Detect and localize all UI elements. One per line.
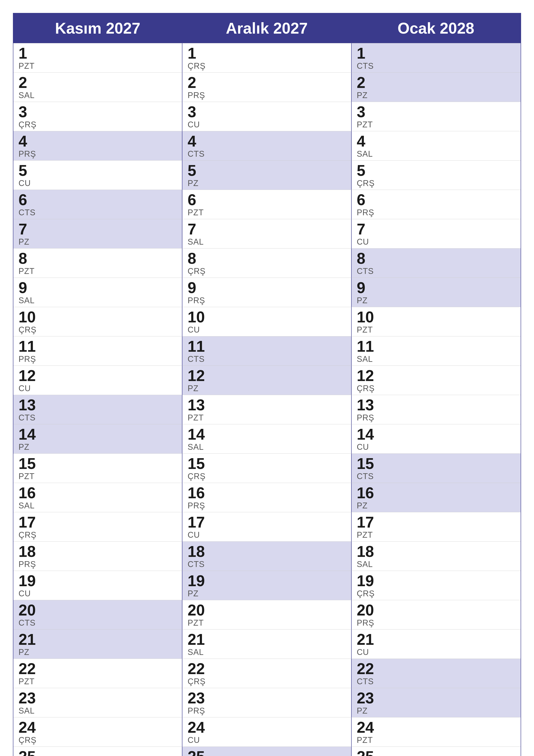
day-number: 3 — [357, 104, 516, 120]
day-number: 10 — [18, 309, 177, 325]
day-number: 3 — [18, 104, 177, 120]
day-name: PRŞ — [357, 618, 516, 628]
day-name: PZ — [357, 296, 516, 305]
day-number: 15 — [357, 456, 516, 471]
day-cell-m1-d2: 3CU — [182, 102, 351, 131]
day-number: 19 — [18, 573, 177, 588]
day-number: 11 — [357, 338, 516, 354]
day-number: 8 — [18, 251, 177, 266]
day-name: CU — [188, 530, 346, 540]
day-number: 2 — [357, 75, 516, 90]
day-cell-m1-d24: 25CTS — [182, 746, 351, 756]
day-number: 21 — [357, 632, 516, 647]
day-name: PZ — [188, 384, 346, 393]
day-number: 11 — [18, 338, 177, 354]
day-name: SAL — [18, 296, 177, 305]
day-cell-m2-d14: 15CTS — [352, 453, 521, 483]
day-number: 25 — [357, 749, 516, 756]
day-name: CU — [357, 648, 516, 657]
day-name: PRŞ — [18, 560, 177, 569]
day-number: 12 — [18, 368, 177, 383]
day-cell-m1-d15: 16PRŞ — [182, 483, 351, 512]
day-cell-m1-d3: 4CTS — [182, 131, 351, 160]
day-cell-m2-d18: 19ÇRŞ — [352, 571, 521, 600]
day-cell-m0-d3: 4PRŞ — [13, 131, 182, 160]
day-name: PRŞ — [188, 501, 346, 510]
day-name: CTS — [18, 413, 177, 422]
day-name: PZ — [18, 648, 177, 657]
day-cell-m2-d9: 10PZT — [352, 307, 521, 336]
day-number: 6 — [357, 192, 516, 207]
day-number: 9 — [357, 280, 516, 295]
day-name: PZ — [357, 706, 516, 716]
day-number: 7 — [18, 221, 177, 237]
day-cell-m2-d11: 12ÇRŞ — [352, 365, 521, 395]
day-cell-m2-d17: 18SAL — [352, 541, 521, 571]
day-cell-m1-d6: 7SAL — [182, 219, 351, 248]
day-number: 24 — [18, 719, 177, 735]
day-number: 22 — [188, 661, 346, 676]
day-cell-m2-d23: 24PZT — [352, 717, 521, 746]
day-cell-m2-d8: 9PZ — [352, 278, 521, 307]
day-name: CTS — [357, 62, 516, 71]
day-cell-m2-d7: 8CTS — [352, 248, 521, 278]
day-name: SAL — [357, 560, 516, 569]
day-name: CU — [18, 384, 177, 393]
month-header-0: Kasım 2027 — [13, 14, 182, 43]
day-name: PRŞ — [18, 149, 177, 159]
day-name: CU — [18, 179, 177, 188]
day-number: 12 — [357, 368, 516, 383]
day-number: 12 — [188, 368, 346, 383]
day-name: ÇRŞ — [188, 677, 346, 686]
day-name: SAL — [18, 706, 177, 716]
day-name: CTS — [188, 149, 346, 159]
day-cell-m0-d11: 12CU — [13, 365, 182, 395]
day-number: 25 — [188, 749, 346, 756]
day-name: PZT — [357, 325, 516, 335]
day-name: PZT — [357, 530, 516, 540]
day-name: PRŞ — [357, 413, 516, 422]
day-name: PZT — [188, 208, 346, 217]
day-number: 9 — [18, 280, 177, 295]
day-number: 16 — [18, 485, 177, 500]
day-number: 24 — [188, 719, 346, 735]
day-name: CU — [188, 736, 346, 745]
day-number: 19 — [188, 573, 346, 588]
day-name: CTS — [188, 355, 346, 364]
day-name: SAL — [188, 443, 346, 452]
day-number: 19 — [357, 573, 516, 588]
day-number: 11 — [188, 338, 346, 354]
page: Kasım 2027Aralık 2027Ocak 20281PZT1ÇRŞ1C… — [0, 0, 534, 756]
day-number: 5 — [357, 163, 516, 178]
day-name: PZT — [357, 736, 516, 745]
day-cell-m1-d13: 14SAL — [182, 424, 351, 453]
day-cell-m2-d20: 21CU — [352, 629, 521, 659]
day-name: PZT — [357, 120, 516, 129]
day-cell-m1-d5: 6PZT — [182, 190, 351, 219]
day-name: PZ — [188, 589, 346, 598]
day-name: CTS — [18, 618, 177, 628]
day-cell-m1-d17: 18CTS — [182, 541, 351, 571]
day-cell-m2-d4: 5ÇRŞ — [352, 160, 521, 190]
day-cell-m0-d9: 10ÇRŞ — [13, 307, 182, 336]
day-name: PRŞ — [18, 355, 177, 364]
day-cell-m2-d12: 13PRŞ — [352, 395, 521, 424]
day-number: 5 — [188, 163, 346, 178]
day-cell-m2-d5: 6PRŞ — [352, 190, 521, 219]
day-name: CU — [188, 325, 346, 335]
day-name: ÇRŞ — [357, 384, 516, 393]
day-name: SAL — [188, 648, 346, 657]
day-name: ÇRŞ — [18, 325, 177, 335]
day-cell-m1-d18: 19PZ — [182, 571, 351, 600]
day-number: 13 — [357, 397, 516, 413]
day-name: ÇRŞ — [357, 589, 516, 598]
day-cell-m0-d2: 3ÇRŞ — [13, 102, 182, 131]
day-number: 20 — [357, 602, 516, 618]
day-number: 20 — [188, 602, 346, 618]
day-name: PZT — [188, 413, 346, 422]
day-name: CTS — [357, 267, 516, 276]
day-number: 8 — [357, 251, 516, 266]
day-cell-m1-d7: 8ÇRŞ — [182, 248, 351, 278]
day-cell-m1-d11: 12PZ — [182, 365, 351, 395]
day-name: CU — [357, 443, 516, 452]
